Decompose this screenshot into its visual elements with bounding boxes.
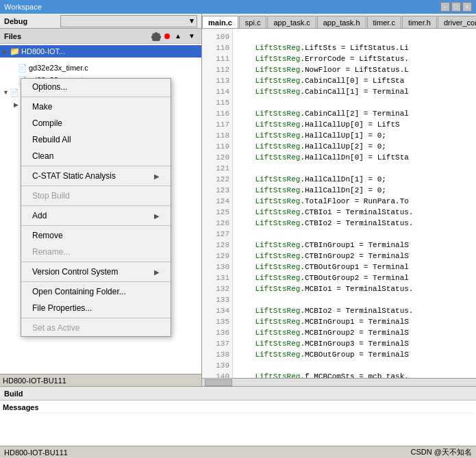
code-line-139 (237, 360, 472, 371)
code-line-134: LiftStsReg.MCBIo2 = TerminalStatus. (237, 305, 472, 316)
menu-sep-3 (21, 186, 171, 186)
code-line-109 (237, 31, 472, 42)
code-line-135: LiftStsReg.MCBInGroup1 = TerminalS (237, 316, 472, 327)
tree-arrow: ▶ (3, 48, 10, 55)
code-area: 109 110 111 112 113 114 115 116 117 118 … (202, 29, 476, 378)
code-line-119: LiftStsReg.HallCallUp[2] = 0; (237, 141, 472, 152)
code-line-130: LiftStsReg.CTBOutGroup1 = Terminal (237, 262, 472, 272)
scrollbar-thumb[interactable] (205, 379, 232, 386)
messages-header: Messages (3, 402, 473, 414)
menu-rebuild-all[interactable]: Rebuild All (21, 131, 171, 148)
code-line-128: LiftStsReg.CTBInGroup1 = TerminalS (237, 240, 472, 251)
vcs-arrow: ▶ (154, 268, 160, 276)
code-line-121 (237, 163, 472, 174)
title-bar-buttons: − □ × (440, 2, 472, 12)
code-line-110: LiftStsReg.LiftSts = LiftStatus.Li (237, 42, 472, 53)
code-line-125: LiftStsReg.CTBIo1 = TerminalStatus. (237, 207, 472, 218)
workspace-title: Workspace (4, 3, 42, 11)
code-line-129: LiftStsReg.CTBInGroup2 = TerminalS (237, 251, 472, 262)
messages-label: Messages (3, 403, 39, 411)
debug-header: Debug ▾ (0, 14, 201, 29)
horizontal-scrollbar[interactable] (202, 378, 476, 386)
menu-sep-4 (21, 205, 171, 206)
menu-make[interactable]: Make (21, 99, 171, 115)
build-label: Build (4, 390, 23, 398)
tree-item-selected[interactable]: ▶ 📁 HD800-IOT... (0, 45, 201, 58)
right-panel: main.c spi.c app_task.c app_task.h timer… (202, 14, 476, 386)
build-header: Build (0, 387, 476, 400)
menu-options[interactable]: Options... (21, 79, 171, 95)
code-line-116: LiftStsReg.CabinCall[2] = Terminal (237, 108, 472, 119)
tab-timer-h[interactable]: timer.h (402, 16, 437, 28)
menu-sep-2 (21, 166, 171, 166)
tab-driver-config[interactable]: driver_config. (438, 16, 476, 28)
code-line-115 (237, 97, 472, 108)
code-line-138: LiftStsReg.MCBOutGroup = TerminalS (237, 349, 472, 360)
code-line-127 (237, 229, 472, 240)
code-line-114: LiftStsReg.CabinCall[1] = Terminal (237, 86, 472, 97)
files-label: Files (4, 32, 21, 40)
scrollbar-up-icon[interactable]: ▲ (173, 31, 184, 42)
tree-content: ▶ 📁 HD800-IOT... (0, 44, 201, 59)
left-panel: Debug ▾ Files ▲ ▼ (0, 14, 202, 386)
code-line-112: LiftStsReg.NowFloor = LiftStatus.L (237, 64, 472, 75)
minimize-button[interactable]: − (440, 2, 450, 12)
menu-add[interactable]: Add ▶ (21, 207, 171, 224)
tab-timer-c[interactable]: timer.c (367, 16, 401, 28)
menu-sep-7 (21, 281, 171, 282)
context-menu: Options... Make Compile Rebuild All Clea… (21, 78, 171, 337)
tab-app-task-c[interactable]: app_task.c (267, 16, 316, 28)
close-button[interactable]: × (462, 2, 472, 12)
code-line-133 (237, 294, 472, 305)
menu-rename: Rename... (21, 244, 171, 260)
messages-panel: Messages (0, 400, 476, 446)
tab-app-task-h[interactable]: app_task.h (317, 16, 366, 28)
code-line-124: LiftStsReg.TotalFloor = RunPara.To (237, 196, 472, 207)
bottom-area: Build Messages HD800-IOT-BU111 CSDN @天不知… (0, 386, 476, 458)
menu-sep-8 (21, 318, 171, 318)
code-line-131: LiftStsReg.CTBOutGroup2 = Terminal (237, 272, 472, 283)
tab-main-c[interactable]: main.c (202, 16, 238, 28)
menu-compile[interactable]: Compile (21, 115, 171, 131)
tree-item-timer[interactable]: 📄 gd32e23x_timer.c (0, 62, 201, 74)
menu-vcs[interactable]: Version Control System ▶ (21, 264, 171, 280)
status-left: HD800-IOT-BU111 (4, 448, 68, 457)
code-line-117: LiftStsReg.HallCallUp[0] = LiftS (237, 119, 472, 130)
menu-remove[interactable]: Remove (21, 227, 171, 244)
status-right: CSDN @天不知名 (411, 447, 472, 457)
menu-stop-build: Stop Build (21, 188, 171, 204)
settings-icon[interactable] (151, 31, 162, 42)
left-panel-status: HD800-IOT-BU111 (0, 374, 201, 386)
code-line-140: LiftStsReg.f_MCBComSts = mcb_task. (237, 371, 472, 378)
code-line-111: LiftStsReg.ErrorCode = LiftStatus. (237, 53, 472, 64)
tab-spi-c[interactable]: spi.c (239, 16, 267, 28)
code-line-118: LiftStsReg.HallCallUp[1] = 0; (237, 130, 472, 141)
title-bar: Workspace − □ × (0, 0, 476, 14)
code-line-126: LiftStsReg.CTBIo2 = TerminalStatus. (237, 218, 472, 229)
menu-cstat[interactable]: C-STAT Static Analysis ▶ (21, 168, 171, 184)
line-numbers: 109 110 111 112 113 114 115 116 117 118 … (202, 29, 233, 378)
author-credit: CSDN @天不知名 (411, 448, 472, 456)
project-status: HD800-IOT-BU111 (3, 377, 66, 385)
debug-label: Debug (4, 17, 27, 25)
menu-clean[interactable]: Clean (21, 148, 171, 164)
add-arrow: ▶ (154, 212, 160, 220)
files-header: Files ▲ ▼ (0, 29, 201, 44)
code-line-123: LiftStsReg.HallCallDn[2] = 0; (237, 185, 472, 196)
code-line-113: LiftStsReg.CabinCall[0] = LiftSta (237, 75, 472, 86)
code-line-132: LiftStsReg.MCBIo1 = TerminalStatus. (237, 283, 472, 294)
menu-sep-5 (21, 225, 171, 226)
code-line-137: LiftStsReg.MCBInGroup3 = TerminalS (237, 338, 472, 349)
maximize-button[interactable]: □ (451, 2, 461, 12)
menu-open-folder[interactable]: Open Containing Folder... (21, 283, 171, 300)
code-content[interactable]: LiftStsReg.LiftSts = LiftStatus.Li LiftS… (233, 29, 476, 378)
files-header-icons: ▲ ▼ (151, 31, 197, 42)
menu-file-props[interactable]: File Properties... (21, 300, 171, 316)
menu-sep-6 (21, 262, 171, 262)
bottom-content: Messages (0, 400, 476, 446)
scrollbar-down-icon[interactable]: ▼ (186, 31, 197, 42)
code-line-122: LiftStsReg.HallCallDn[1] = 0; (237, 174, 472, 185)
cstat-arrow: ▶ (154, 173, 160, 180)
debug-dropdown[interactable]: ▾ (60, 15, 197, 27)
project-name-status: HD800-IOT-BU111 (4, 448, 68, 457)
